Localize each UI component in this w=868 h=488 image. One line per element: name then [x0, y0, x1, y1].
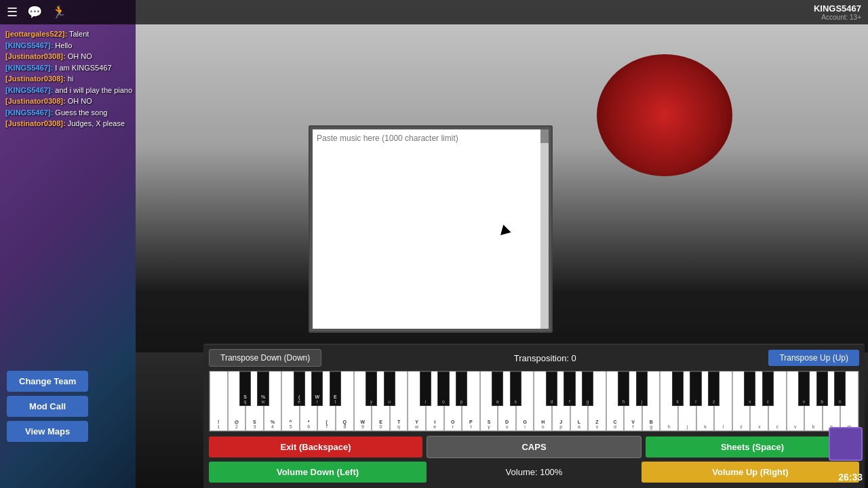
transpose-row: Transpose Down (Down) Transposition: 0 T…: [209, 349, 859, 367]
avatar: [829, 427, 863, 461]
character-icon[interactable]: 🏃: [52, 5, 66, 20]
black-key[interactable]: s: [510, 371, 521, 406]
left-buttons: Change Team Mod Call View Maps: [7, 371, 88, 442]
transpose-up-button[interactable]: Transpose Up (Up): [768, 350, 859, 366]
top-bar-right: KINGS5467 Account: 13+: [814, 0, 861, 24]
chat-message: [Justinator0308]: Judges, X please: [5, 118, 151, 129]
black-key[interactable]: v: [798, 371, 810, 406]
black-key[interactable]: d: [546, 371, 557, 406]
menu-icon[interactable]: ☰: [7, 5, 18, 20]
volume-down-button[interactable]: Volume Down (Left): [209, 462, 427, 483]
black-key[interactable]: u: [384, 371, 395, 406]
chat-message: [KINGS5467]: I am KINGS5467: [5, 62, 151, 74]
black-key[interactable]: y: [366, 371, 377, 406]
black-key[interactable]: b: [816, 371, 828, 406]
chat-panel: [jeottargales522]: Talent[KINGS5467]: He…: [0, 24, 156, 134]
volume-up-button[interactable]: Volume Up (Right): [642, 462, 859, 483]
chat-message: [Justinator0308]: OH NO: [5, 96, 151, 107]
top-bar-icons: ☰ 💬 🏃: [7, 5, 66, 20]
black-key[interactable]: l: [690, 371, 701, 406]
chat-message: [jeottargales522]: Talent: [5, 28, 151, 40]
black-key[interactable]: %w: [257, 371, 269, 406]
chat-message: [KINGS5467]: Hello: [5, 40, 151, 52]
bottom-buttons-row: Exit (Backspace) CAPS Sheets (Space): [209, 436, 859, 458]
top-bar: ☰ 💬 🏃 KINGS5467 Account: 13+: [0, 0, 868, 24]
bg-red-circle: [597, 54, 732, 176]
piano-keyboard: !1@2S3%4^5*6(7Q8W9E0TqYwIeOrPtSyDuGiHoJp…: [209, 371, 859, 432]
transpose-down-button[interactable]: Transpose Down (Down): [209, 349, 321, 367]
black-key[interactable]: (e: [294, 371, 305, 406]
account-label: Account: 13+: [821, 14, 861, 21]
black-key[interactable]: o: [437, 371, 449, 406]
chat-message: [Justinator0308]: OH NO: [5, 51, 151, 62]
black-key[interactable]: Sq: [239, 371, 251, 406]
black-key[interactable]: Wr: [311, 371, 323, 406]
change-team-button[interactable]: Change Team: [7, 371, 88, 392]
black-key[interactable]: h: [618, 371, 629, 406]
piano-panel: Transpose Down (Down) Transposition: 0 T…: [203, 344, 865, 488]
white-keys: !1@2S3%4^5*6(7Q8W9E0TqYwIeOrPtSyDuGiHoJp…: [210, 371, 859, 431]
dialog-scrollbar[interactable]: [540, 129, 549, 329]
chat-icon[interactable]: 💬: [27, 5, 42, 20]
music-textarea[interactable]: [313, 129, 549, 326]
music-dialog-inner: [313, 129, 549, 329]
black-key[interactable]: i: [420, 371, 431, 406]
chat-message: [KINGS5467]: Guess the song: [5, 107, 151, 119]
mod-call-button[interactable]: Mod Call: [7, 396, 88, 417]
username-label: KINGS5467: [814, 3, 861, 14]
white-key[interactable]: !1: [210, 371, 228, 431]
transposition-label: Transposition: 0: [514, 353, 576, 363]
chat-message: [Justinator0308]: hi: [5, 73, 151, 85]
sheets-button[interactable]: Sheets (Space): [646, 436, 859, 458]
volume-label: Volume: 100%: [431, 467, 637, 477]
black-key[interactable]: a: [492, 371, 503, 406]
music-dialog: [309, 125, 553, 333]
black-key[interactable]: f: [564, 371, 575, 406]
black-key[interactable]: c: [762, 371, 774, 406]
black-key[interactable]: n: [834, 371, 846, 406]
black-key[interactable]: Et: [330, 371, 341, 406]
scrollbar-thumb: [540, 129, 549, 143]
chat-message: [KINGS5467]: and i will play the piano: [5, 85, 151, 96]
view-maps-button[interactable]: View Maps: [7, 421, 88, 442]
black-key[interactable]: g: [582, 371, 593, 406]
caps-button[interactable]: CAPS: [427, 436, 642, 458]
black-key[interactable]: j: [636, 371, 648, 406]
exit-button[interactable]: Exit (Backspace): [209, 436, 422, 458]
black-key[interactable]: k: [672, 371, 684, 406]
black-key[interactable]: p: [456, 371, 467, 406]
volume-row: Volume Down (Left) Volume: 100% Volume U…: [209, 462, 859, 483]
black-key[interactable]: x: [744, 371, 755, 406]
timer: 26:33: [838, 472, 863, 483]
black-key[interactable]: z: [708, 371, 719, 406]
